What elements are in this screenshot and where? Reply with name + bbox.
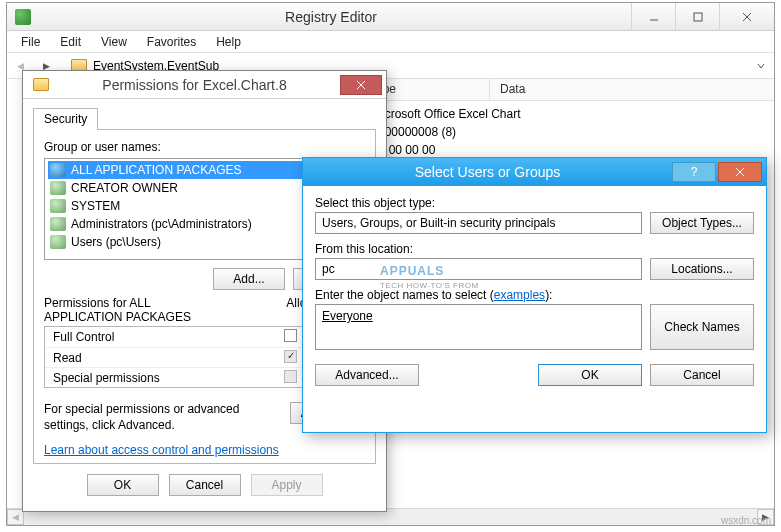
add-button[interactable]: Add... xyxy=(213,268,285,290)
object-types-button[interactable]: Object Types... xyxy=(650,212,754,234)
folder-icon xyxy=(33,78,49,91)
nav-dropdown-icon[interactable] xyxy=(750,55,772,77)
location-label: From this location: xyxy=(315,242,754,256)
permissions-for-label: Permissions for ALL xyxy=(44,296,151,310)
menu-favorites[interactable]: Favorites xyxy=(139,33,204,51)
regedit-app-icon xyxy=(15,9,31,25)
sug-title: Select Users or Groups xyxy=(303,164,672,180)
permissions-for-label: APPLICATION PACKAGES xyxy=(44,310,191,324)
names-label-text: Enter the object names to select ( xyxy=(315,288,494,302)
learn-more-link[interactable]: Learn about access control and permissio… xyxy=(44,443,279,457)
ok-button[interactable]: OK xyxy=(87,474,159,496)
group-icon xyxy=(50,217,66,231)
menu-help[interactable]: Help xyxy=(208,33,249,51)
perm-name: Special permissions xyxy=(53,371,268,385)
advanced-button[interactable]: Advanced... xyxy=(315,364,419,386)
menu-view[interactable]: View xyxy=(93,33,135,51)
cancel-button[interactable]: Cancel xyxy=(650,364,754,386)
perm-titlebar: Permissions for Excel.Chart.8 xyxy=(23,71,386,99)
group-icon xyxy=(50,235,66,249)
menu-bar: File Edit View Favorites Help xyxy=(7,31,774,53)
regedit-title: Registry Editor xyxy=(31,9,631,25)
user-icon xyxy=(50,181,66,195)
ok-button[interactable]: OK xyxy=(538,364,642,386)
cancel-button[interactable]: Cancel xyxy=(169,474,241,496)
value-data-cell: 00 00 00 00 xyxy=(362,143,774,157)
allow-checkbox[interactable] xyxy=(284,329,297,342)
regedit-titlebar: Registry Editor xyxy=(7,3,774,31)
allow-checkbox[interactable] xyxy=(284,350,297,363)
perm-name: Full Control xyxy=(53,330,268,344)
check-names-button[interactable]: Check Names xyxy=(650,304,754,350)
tab-security[interactable]: Security xyxy=(33,108,98,130)
list-item-label: CREATOR OWNER xyxy=(71,181,178,195)
close-button[interactable] xyxy=(718,162,762,182)
menu-file[interactable]: File xyxy=(13,33,48,51)
group-user-names-label: Group or user names: xyxy=(44,140,365,154)
apply-button[interactable]: Apply xyxy=(251,474,323,496)
list-item-label: Users (pc\Users) xyxy=(71,235,161,249)
object-type-label: Select this object type: xyxy=(315,196,754,210)
maximize-button[interactable] xyxy=(675,3,719,30)
menu-edit[interactable]: Edit xyxy=(52,33,89,51)
sug-titlebar: Select Users or Groups ? xyxy=(303,158,766,186)
object-type-value: Users, Groups, or Built-in security prin… xyxy=(322,216,555,230)
help-button[interactable]: ? xyxy=(672,162,716,182)
minimize-button[interactable] xyxy=(631,3,675,30)
close-button[interactable] xyxy=(719,3,774,30)
location-value: pc xyxy=(322,262,335,276)
perm-title: Permissions for Excel.Chart.8 xyxy=(49,77,340,93)
advanced-note: For special permissions or advanced sett… xyxy=(44,402,280,433)
list-item-label: Administrators (pc\Administrators) xyxy=(71,217,252,231)
object-names-input[interactable]: Everyone xyxy=(315,304,642,350)
package-icon xyxy=(50,163,66,177)
select-users-groups-dialog: Select Users or Groups ? Select this obj… xyxy=(302,157,767,433)
close-button[interactable] xyxy=(340,75,382,95)
list-item-label: SYSTEM xyxy=(71,199,120,213)
svg-rect-1 xyxy=(694,13,702,21)
examples-link[interactable]: examples xyxy=(494,288,545,302)
locations-button[interactable]: Locations... xyxy=(650,258,754,280)
credit-text: wsxdn.com xyxy=(721,515,771,526)
object-names-label: Enter the object names to select (exampl… xyxy=(315,288,754,302)
names-label-text-2: ): xyxy=(545,288,552,302)
list-item-label: ALL APPLICATION PACKAGES xyxy=(71,163,242,177)
user-icon xyxy=(50,199,66,213)
allow-checkbox xyxy=(284,370,297,383)
value-data-cell: Microsoft Office Excel Chart xyxy=(362,107,774,121)
col-data[interactable]: Data xyxy=(490,79,774,100)
perm-name: Read xyxy=(53,351,268,365)
location-field: pc xyxy=(315,258,642,280)
value-data-cell: 0x00000008 (8) xyxy=(362,125,774,139)
object-type-field: Users, Groups, or Built-in security prin… xyxy=(315,212,642,234)
